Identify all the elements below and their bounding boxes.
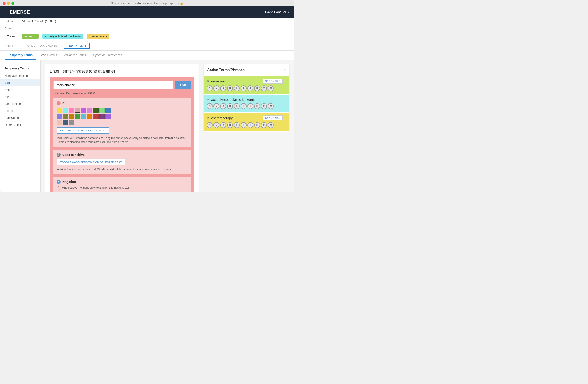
opt-W[interactable]: W bbox=[268, 85, 274, 91]
opt-N[interactable]: N bbox=[213, 85, 219, 91]
opt-F-c[interactable]: F bbox=[247, 122, 253, 128]
edit-icon[interactable]: ✏ bbox=[207, 79, 210, 83]
negation-section: N Negation Find positive mentions only (… bbox=[53, 177, 191, 192]
tab-advanced-terms[interactable]: Advanced Terms bbox=[61, 51, 90, 60]
opt-E-l[interactable]: E bbox=[254, 103, 260, 109]
sidebar-item-share[interactable]: Share bbox=[0, 86, 41, 93]
opt-S-l[interactable]: S bbox=[220, 103, 226, 109]
opt-W-l[interactable]: W bbox=[268, 103, 274, 109]
opt-P[interactable]: P bbox=[241, 85, 247, 91]
sidebar-item-save[interactable]: Save bbox=[0, 93, 41, 100]
active-term-leukemia: ✏ acute lymphoblastic leukemia :: C N S … bbox=[204, 95, 290, 112]
close-button[interactable] bbox=[3, 2, 6, 5]
opt-U[interactable]: U bbox=[227, 85, 233, 91]
chemo-label: chemotherapy bbox=[211, 116, 233, 120]
maximize-button[interactable] bbox=[11, 2, 14, 5]
next-color-button[interactable]: USE THE NEXT AVAILABLE COLOR bbox=[57, 127, 109, 134]
term-badge-remission[interactable]: remission bbox=[22, 34, 39, 39]
opt-C[interactable]: C bbox=[207, 85, 212, 91]
opt-X[interactable]: X bbox=[261, 85, 267, 91]
color-swatch-yellow[interactable] bbox=[57, 108, 62, 113]
drag-icon-chemo: :: bbox=[285, 116, 286, 120]
edit-icon-chemo[interactable]: ✏ bbox=[207, 116, 210, 120]
term-badge-chemotherapy[interactable]: chemotherapy bbox=[87, 34, 109, 39]
color-swatch-olive[interactable] bbox=[63, 114, 68, 119]
case-label: Case-sensitive bbox=[63, 153, 84, 156]
tab-temporary-terms[interactable]: Temporary Terms bbox=[4, 51, 36, 60]
tab-saved-terms[interactable]: Saved Terms bbox=[36, 51, 61, 60]
sidebar-item-clear-delete[interactable]: Clear/Delete bbox=[0, 100, 41, 107]
opt-H-c[interactable]: H bbox=[234, 122, 240, 128]
color-swatch-dark-yellow[interactable] bbox=[69, 114, 74, 119]
sidebar-item-edit[interactable]: Edit bbox=[0, 79, 41, 86]
find-patients-button[interactable]: FIND PATIENTS bbox=[63, 43, 90, 49]
color-swatch-gray[interactable] bbox=[69, 120, 74, 125]
opt-N-c[interactable]: N bbox=[213, 122, 219, 128]
color-swatch-orange[interactable] bbox=[87, 114, 92, 119]
color-swatch-red[interactable] bbox=[93, 114, 99, 119]
opt-E[interactable]: E bbox=[254, 85, 260, 91]
color-label: Color bbox=[63, 101, 71, 105]
sidebar-item-bulk-upload[interactable]: Bulk Upload bbox=[0, 114, 41, 121]
term-input[interactable] bbox=[53, 81, 173, 89]
chemo-synonyms-button[interactable]: SYNONYMS bbox=[263, 115, 283, 120]
color-swatch-rose-selected[interactable] bbox=[75, 108, 80, 113]
minimize-button[interactable] bbox=[7, 2, 10, 5]
color-swatch-purple[interactable] bbox=[81, 108, 86, 113]
opt-C-l[interactable]: C bbox=[207, 103, 212, 109]
opt-H[interactable]: H bbox=[234, 85, 240, 91]
color-swatch-teal[interactable] bbox=[81, 114, 86, 119]
opt-H-l[interactable]: H bbox=[234, 103, 240, 109]
color-swatch-cyan[interactable] bbox=[63, 108, 68, 113]
opt-C-c[interactable]: C bbox=[207, 122, 212, 128]
edit-panel: Enter Terms/Phrases (one at a time) ADD … bbox=[45, 64, 199, 192]
negation-option: Find positive mentions only (example: "s… bbox=[57, 186, 188, 190]
negation-radio[interactable] bbox=[57, 186, 60, 190]
color-swatch-maroon[interactable] bbox=[99, 114, 105, 119]
color-swatch-pink[interactable] bbox=[69, 108, 74, 113]
term-badge-leukemia[interactable]: acute lymphoblastic leukemia bbox=[42, 34, 83, 39]
active-term-remission: ✏ remission SYNONYMS :: C N S U H bbox=[204, 76, 290, 94]
sidebar-item-export: Export bbox=[0, 107, 41, 114]
opt-F-l[interactable]: F bbox=[247, 103, 253, 109]
url-bar: M̲ dev-emerse.med.umich.edu/emerse/terms… bbox=[111, 2, 183, 5]
opt-P-l[interactable]: P bbox=[241, 103, 247, 109]
remission-synonyms-button[interactable]: SYNONYMS bbox=[263, 79, 283, 84]
results-label: Results bbox=[4, 44, 18, 47]
opt-E-c[interactable]: E bbox=[254, 122, 260, 128]
opt-F[interactable]: F bbox=[247, 85, 253, 91]
michigan-icon: M̲ bbox=[111, 2, 113, 5]
sidebar-item-query-detail[interactable]: Query Detail bbox=[0, 121, 41, 128]
user-menu[interactable]: David Hanauer ▾ bbox=[264, 10, 290, 14]
color-swatch-green[interactable] bbox=[75, 114, 80, 119]
add-button[interactable]: ADD bbox=[175, 81, 191, 89]
opt-X-l[interactable]: X bbox=[261, 103, 267, 109]
color-swatch-purple2[interactable] bbox=[105, 114, 111, 119]
opt-U-l[interactable]: U bbox=[227, 103, 233, 109]
opt-N-l[interactable]: N bbox=[213, 103, 219, 109]
toggle-case-button[interactable]: TOGGLE CASE-SENSITIVE ON SELECTED TEXT bbox=[57, 159, 125, 165]
color-swatch-lavender[interactable] bbox=[57, 114, 62, 119]
opt-S[interactable]: S bbox=[220, 85, 226, 91]
opt-S-c[interactable]: S bbox=[220, 122, 226, 128]
edit-icon-leukemia[interactable]: ✏ bbox=[207, 98, 210, 101]
highlight-documents-button[interactable]: HIGHLIGHT DOCUMENTS bbox=[22, 43, 60, 48]
remission-header: ✏ remission SYNONYMS :: bbox=[207, 79, 286, 84]
opt-P-c[interactable]: P bbox=[241, 122, 247, 128]
color-swatch-dark-green[interactable] bbox=[93, 108, 99, 113]
color-swatch-violet[interactable] bbox=[87, 108, 92, 113]
patients-label: Patients bbox=[4, 19, 18, 23]
opt-W-c[interactable]: W bbox=[268, 122, 274, 128]
color-swatch-peach[interactable] bbox=[57, 120, 62, 125]
info-icon: ℹ bbox=[284, 68, 286, 73]
opt-X-c[interactable]: X bbox=[261, 122, 267, 128]
tab-synonym-preferences[interactable]: Synonym Preferences bbox=[89, 51, 126, 60]
color-swatch-light-green[interactable] bbox=[99, 108, 105, 113]
color-swatch-blue[interactable] bbox=[105, 108, 111, 113]
active-panel: Active Terms/Phrases ℹ ✏ remission SYNON… bbox=[204, 64, 290, 192]
opt-U-c[interactable]: U bbox=[227, 122, 233, 128]
chemo-header: ✏ chemotherapy SYNONYMS :: bbox=[207, 115, 286, 120]
color-palette bbox=[57, 108, 188, 125]
color-swatch-steel[interactable] bbox=[63, 120, 68, 125]
sidebar-item-name-description[interactable]: Name/Description bbox=[0, 72, 41, 79]
